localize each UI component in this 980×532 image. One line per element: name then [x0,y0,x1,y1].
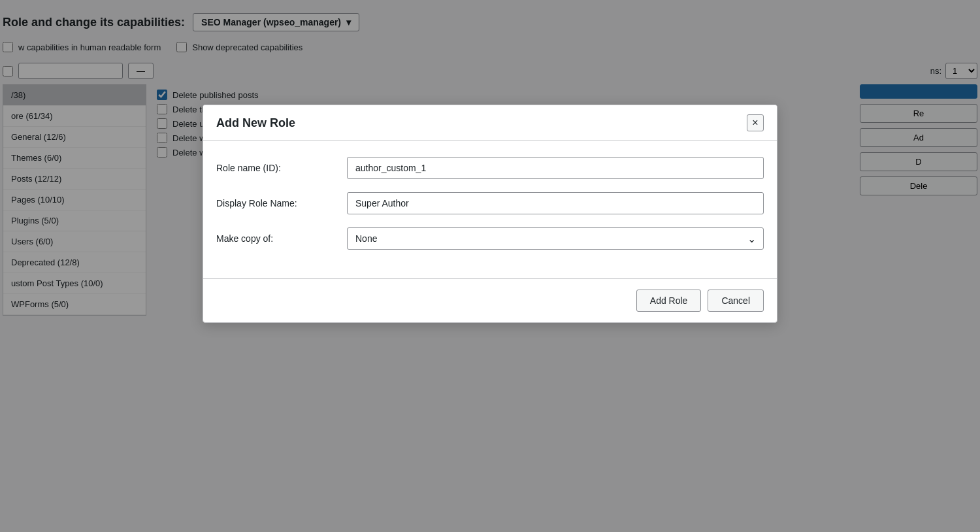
add-role-button[interactable]: Add Role [636,290,702,312]
role-name-input[interactable] [347,157,764,179]
modal-footer: Add Role Cancel [203,278,777,322]
modal-header: Add New Role × [203,105,777,141]
role-name-label: Role name (ID): [216,163,347,173]
display-role-name-label: Display Role Name: [216,198,347,208]
modal-title: Add New Role [216,116,295,130]
display-role-name-row: Display Role Name: [216,192,764,214]
make-copy-of-row: Make copy of: None Administrator Editor … [216,227,764,250]
modal-close-button[interactable]: × [747,114,764,131]
modal-body: Role name (ID): Display Role Name: Make … [203,141,777,278]
close-icon: × [752,117,758,129]
copy-select-wrapper: None Administrator Editor Author Contrib… [347,227,764,250]
modal-overlay: Add New Role × Role name (ID): Display R… [0,0,980,532]
make-copy-of-label: Make copy of: [216,233,347,244]
display-role-name-input[interactable] [347,192,764,214]
copy-of-select[interactable]: None Administrator Editor Author Contrib… [347,227,764,250]
add-new-role-modal: Add New Role × Role name (ID): Display R… [203,105,777,323]
role-name-row: Role name (ID): [216,157,764,179]
cancel-button[interactable]: Cancel [708,290,764,312]
